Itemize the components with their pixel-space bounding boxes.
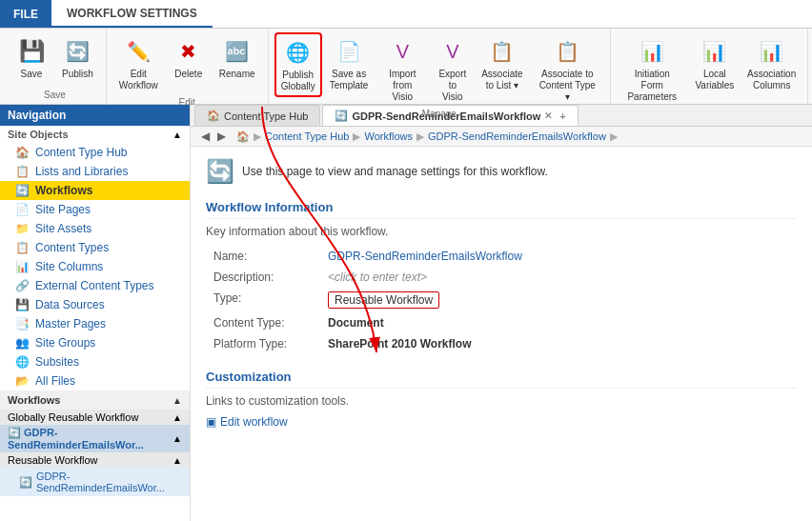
edit-workflow-label: EditWorkflow (119, 69, 158, 91)
workflows-section-header[interactable]: Workflows ▲ (0, 391, 190, 410)
forward-arrow[interactable]: ▶ (214, 130, 229, 143)
ribbon-group-manage: 🌐 PublishGlobally 📄 Save asTemplate V Im… (269, 29, 612, 104)
breadcrumb-content-type-hub[interactable]: Content Type Hub (265, 130, 349, 142)
reusable-workflow-badge: Reusable Workflow (328, 291, 439, 309)
publish-button[interactable]: 🔄 Publish (55, 32, 100, 84)
sidebar-item-master-pages[interactable]: 📑 Master Pages (0, 314, 190, 333)
globally-reusable-header[interactable]: Globally Reusable Workflow ▲ (0, 410, 190, 425)
delete-button[interactable]: ✖ Delete (167, 32, 211, 84)
sidebar-label-site-groups: Site Groups (35, 336, 95, 350)
publish-label: Publish (62, 69, 93, 80)
workflow-name-value[interactable]: GDPR-SendReminderEmailsWorkflow (328, 250, 522, 263)
sidebar-item-content-type-hub[interactable]: 🏠 Content Type Hub (0, 143, 190, 162)
table-row-platform: Platform Type: SharePoint 2010 Workflow (206, 333, 797, 354)
description-value[interactable]: <click to enter text> (328, 271, 427, 284)
delete-icon: ✖ (173, 36, 204, 67)
save-button[interactable]: 💾 Save (10, 32, 53, 84)
tab-content-type-hub[interactable]: 🏠 Content Type Hub (194, 105, 320, 126)
workflows-collapse-icon: ▲ (173, 395, 182, 406)
publish-globally-label: PublishGlobally (281, 70, 315, 92)
data-sources-icon: 💾 (15, 298, 30, 311)
tab-content-type-hub-icon: 🏠 (207, 110, 220, 122)
breadcrumb-gdpr[interactable]: GDPR-SendReminderEmailsWorkflow (428, 130, 606, 142)
master-pages-icon: 📑 (15, 317, 30, 331)
publish-globally-button[interactable]: 🌐 PublishGlobally (274, 32, 322, 97)
edit-workflow-link[interactable]: ▣ Edit workflow (206, 415, 797, 429)
import-visio-label: Importfrom Visio (382, 69, 422, 103)
manage-group-label: Manage (422, 109, 457, 119)
local-variables-icon: 📊 (700, 36, 730, 67)
tab-content-type-hub-label: Content Type Hub (224, 110, 308, 122)
sidebar-label-site-columns: Site Columns (35, 260, 103, 273)
globally-reusable-label: Globally Reusable Workflow (8, 411, 138, 423)
reusable-workflow-sub-item[interactable]: 🔄 GDPR-SendReminderEmailsWor... (0, 468, 190, 496)
sep1: ▶ (254, 130, 261, 143)
sidebar-label-external-content: External Content Types (35, 279, 154, 292)
sidebar-label-data-sources: Data Sources (35, 298, 105, 311)
breadcrumb-workflows[interactable]: Workflows (364, 130, 413, 142)
sidebar-item-content-types[interactable]: 📋 Content Types (0, 238, 190, 257)
sidebar-item-site-assets[interactable]: 📁 Site Assets (0, 219, 190, 238)
save-template-icon: 📄 (334, 36, 364, 67)
sidebar-item-site-groups[interactable]: 👥 Site Groups (0, 333, 190, 352)
import-visio-button[interactable]: V Importfrom Visio (376, 32, 429, 107)
tab-gdpr-add[interactable]: + (559, 110, 565, 122)
reusable-workflow-label: Reusable Workflow (8, 454, 98, 466)
tab-gdpr-close[interactable]: ✕ (544, 110, 552, 121)
main-content: 🏠 Content Type Hub 🔄 GDPR-SendReminderEm… (191, 105, 812, 521)
page-info-text: Use this page to view and manage setting… (242, 165, 548, 178)
gdpr-workflow-label: 🔄 GDPR-SendReminderEmailsWor... (8, 427, 173, 451)
publish-globally-icon: 🌐 (283, 37, 314, 68)
tabs-bar: 🏠 Content Type Hub 🔄 GDPR-SendReminderEm… (191, 105, 812, 127)
workflow-info-table: Name: GDPR-SendReminderEmailsWorkflow De… (206, 246, 797, 354)
initiation-form-button[interactable]: 📊 Initiation FormParameters (617, 32, 687, 107)
platform-field-label: Platform Type: (206, 333, 320, 354)
sidebar-item-subsites[interactable]: 🌐 Subsites (0, 352, 190, 371)
publish-icon: 🔄 (62, 36, 92, 67)
sidebar-item-site-columns[interactable]: 📊 Site Columns (0, 257, 190, 276)
association-columns-label: AssociationColumns (747, 69, 796, 91)
workflow-settings-tab[interactable]: WORKFLOW SETTINGS (51, 0, 213, 28)
page-info-icon: 🔄 (206, 158, 234, 185)
sidebar: Navigation Site Objects ▲ 🏠 Content Type… (0, 105, 191, 521)
name-field-label: Name: (206, 246, 320, 267)
sidebar-item-all-files[interactable]: 📂 All Files (0, 371, 190, 391)
ribbon-group-variables: 📊 Initiation FormParameters 📊 LocalVaria… (611, 29, 808, 104)
save-template-button[interactable]: 📄 Save asTemplate (324, 32, 375, 95)
edit-workflow-button[interactable]: ✏️ EditWorkflow (112, 32, 165, 95)
associate-content-label: Associate toContent Type ▾ (537, 69, 598, 103)
gdpr-workflow-header[interactable]: 🔄 GDPR-SendReminderEmailsWor... ▲ (0, 425, 190, 452)
customization-note: Links to customization tools. (206, 394, 797, 408)
breadcrumb-home-icon: 🏠 (236, 130, 250, 143)
reusable-workflow-header[interactable]: Reusable Workflow ▲ (0, 452, 190, 468)
site-groups-icon: 👥 (15, 336, 30, 350)
save-label: Save (21, 69, 43, 80)
customization-section: Customization Links to customization too… (206, 370, 797, 429)
reusable-workflow-arrow: ▲ (173, 455, 182, 466)
sidebar-item-workflows[interactable]: 🔄 Workflows (0, 181, 190, 200)
table-row-type: Type: Reusable Workflow (206, 288, 797, 312)
associate-content-button[interactable]: 📋 Associate toContent Type ▾ (530, 32, 604, 107)
edit-icon: ✏️ (123, 36, 153, 67)
association-columns-button[interactable]: 📊 AssociationColumns (741, 32, 802, 95)
associate-list-button[interactable]: 📋 Associateto List ▾ (476, 32, 528, 95)
file-tab[interactable]: FILE (0, 0, 51, 28)
association-columns-icon: 📊 (757, 36, 787, 67)
export-visio-button[interactable]: V Exportto Visio (431, 32, 474, 107)
workflow-info-title: Workflow Information (206, 200, 797, 219)
sidebar-item-site-pages[interactable]: 📄 Site Pages (0, 200, 190, 219)
sidebar-label-content-types: Content Types (35, 241, 109, 254)
table-row-content-type: Content Type: Document (206, 312, 797, 333)
rename-button[interactable]: 🔤 Rename (213, 32, 262, 84)
sidebar-item-external-content[interactable]: 🔗 External Content Types (0, 276, 190, 295)
rename-label: Rename (219, 69, 255, 80)
reusable-sub-icon: 🔄 (19, 476, 32, 489)
associate-content-icon: 📋 (552, 36, 582, 67)
collapse-site-objects[interactable]: ▲ (173, 130, 182, 140)
back-arrow[interactable]: ◀ (198, 130, 213, 143)
sidebar-item-lists-libraries[interactable]: 📋 Lists and Libraries (0, 162, 190, 181)
local-variables-button[interactable]: 📊 LocalVariables (689, 32, 740, 95)
sidebar-item-data-sources[interactable]: 💾 Data Sources (0, 295, 190, 314)
navigation-header: Navigation (0, 105, 190, 126)
export-visio-label: Exportto Visio (437, 69, 467, 103)
